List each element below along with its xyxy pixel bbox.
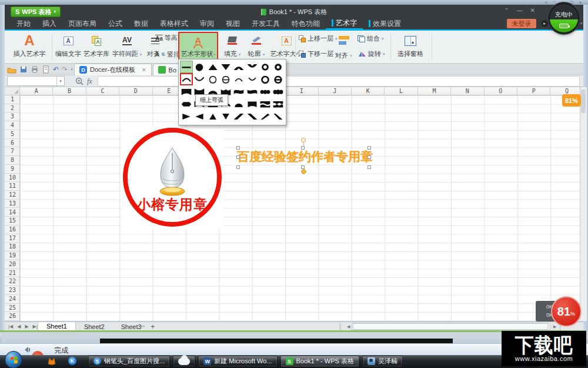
insert-wordart-button[interactable]: A 插入艺术字 (8, 33, 51, 58)
quickbar-more-icon[interactable]: ▾ (71, 67, 73, 72)
print-icon[interactable] (31, 65, 39, 74)
sheet-nav-1[interactable]: ◀ (17, 324, 21, 329)
column-header-L[interactable]: L (385, 87, 417, 95)
resize-handle-se[interactable] (368, 165, 371, 169)
rotate-button[interactable]: 旋转 ▾ (358, 49, 385, 58)
row-header-6[interactable]: 6 (5, 139, 20, 148)
char-spacing-button[interactable]: AV 字符间距 ▾ (111, 33, 143, 58)
resize-handle-nw[interactable] (236, 146, 240, 150)
shape-triangle-down[interactable] (219, 61, 232, 73)
row-header-9[interactable]: 9 (5, 165, 20, 174)
row-header-7[interactable]: 7 (5, 147, 20, 156)
row-header-23[interactable]: 23 (5, 286, 20, 295)
document-tab-Docer-在线模板[interactable]: DDocer-在线模板✕ (74, 64, 152, 75)
menu-tab-视图[interactable]: 视图 (220, 18, 246, 29)
close-tab-icon[interactable]: ✕ (142, 67, 146, 73)
shape-oval-wide[interactable] (180, 98, 193, 111)
row-header-24[interactable]: 24 (5, 295, 20, 304)
menu-tab-效果设置[interactable]: 效果设置 (363, 18, 407, 29)
shape-slant-bar-up[interactable] (259, 111, 272, 123)
resize-handle-w[interactable] (236, 155, 240, 159)
row-header-19[interactable]: 19 (5, 251, 20, 260)
shape-cup-small[interactable] (245, 98, 258, 111)
wordart-shape-button[interactable]: A 艺术字形状▾ (178, 32, 218, 62)
shape-chevron-down[interactable] (245, 61, 258, 73)
fox-icon[interactable] (47, 357, 56, 365)
menu-tab-页面布局[interactable]: 页面布局 (62, 18, 102, 29)
taskbar-button-新建 Microsoft Wo...[interactable]: W新建 Microsoft Wo... (198, 356, 277, 367)
row-header-20[interactable]: 20 (5, 260, 20, 269)
menu-tab-审阅[interactable]: 审阅 (194, 18, 220, 29)
menu-tab-表格样式[interactable]: 表格样式 (154, 18, 194, 29)
shape-triangle-left[interactable] (193, 111, 206, 123)
k-player-icon[interactable]: K (68, 357, 76, 365)
column-header-D[interactable]: D (119, 87, 152, 95)
row-header-4[interactable]: 4 (5, 121, 20, 130)
row-header-12[interactable]: 12 (5, 191, 20, 200)
row-header-22[interactable]: 22 (5, 277, 20, 286)
row-header-1[interactable]: 1 (5, 95, 20, 104)
menu-tab-艺术字[interactable]: 艺术字 (326, 18, 363, 29)
column-header-O[interactable]: O (485, 87, 517, 95)
shape-triangle-up[interactable] (206, 61, 219, 73)
shape-double-wave[interactable] (259, 85, 272, 98)
skin-button[interactable]: ▸ (541, 20, 548, 27)
fx-icon[interactable]: fx (87, 77, 92, 86)
name-box-caret-icon[interactable]: ▾ (56, 77, 64, 85)
resize-handle-sw[interactable] (236, 165, 240, 169)
equal-height-button[interactable]: Aa 等高 (155, 34, 178, 42)
column-header-K[interactable]: K (352, 87, 385, 95)
shape-solid-circle[interactable] (193, 61, 206, 73)
row-header-18[interactable]: 18 (5, 243, 20, 251)
shape-triangle-right[interactable] (180, 111, 193, 123)
column-header-M[interactable]: M (418, 87, 451, 95)
undo-icon[interactable]: ↶ (53, 66, 59, 73)
row-header-14[interactable]: 14 (5, 208, 20, 217)
row-header-26[interactable]: 26 (5, 312, 20, 321)
shape-arch-up[interactable] (180, 73, 193, 85)
column-header-P[interactable]: P (517, 87, 550, 95)
start-button[interactable] (5, 351, 22, 368)
fill-button[interactable]: 填充 ▾ (220, 33, 245, 58)
shape-rect-double-wave[interactable] (272, 98, 285, 111)
column-header-N[interactable]: N (451, 87, 484, 95)
shape-wedge-down[interactable] (219, 111, 232, 123)
login-button[interactable]: 未登录 (507, 19, 536, 28)
shape-dome-small[interactable] (232, 98, 245, 111)
wps-app-button[interactable]: S WPS 表格 ▾ (11, 6, 61, 17)
print-preview-icon[interactable] (42, 65, 50, 74)
wordart-text[interactable]: 百度经验签约作者专用章 (237, 148, 370, 165)
menu-tab-数据[interactable]: 数据 (128, 18, 154, 29)
zoom-icon[interactable] (75, 77, 84, 86)
sheet-nav-0[interactable]: |◀ (8, 324, 13, 329)
scroll-left-icon[interactable]: ◀ (347, 324, 350, 329)
rotation-handle[interactable] (301, 138, 306, 142)
shape-circle-split[interactable] (219, 73, 232, 85)
shape-wave-2[interactable] (245, 85, 258, 98)
shape-slant-up[interactable] (232, 111, 245, 123)
shape-arch-down-small[interactable] (245, 73, 258, 85)
wordart-gallery-button[interactable]: A 艺术字库 (82, 33, 111, 58)
row-header-5[interactable]: 5 (5, 130, 20, 139)
menu-tab-开发工具[interactable]: 开发工具 (246, 18, 286, 29)
stamp-text[interactable]: 小榕专用章 (123, 195, 222, 214)
select-all-corner[interactable] (5, 87, 20, 95)
spreadsheet-grid[interactable] (20, 95, 580, 321)
shape-circle-thin[interactable] (206, 73, 219, 85)
shape-arch-down[interactable] (193, 73, 206, 85)
shape-ring-inside[interactable] (259, 61, 272, 73)
arrange-align-button[interactable]: 对齐 ▾ (335, 51, 352, 60)
column-header-J[interactable]: J (319, 87, 352, 95)
horizontal-scrollbar-thumb[interactable] (353, 323, 548, 330)
menu-tab-特色功能[interactable]: 特色功能 (286, 18, 326, 29)
shape-rect-wave[interactable] (259, 98, 272, 111)
battery-charging-widget[interactable]: 充电中 (548, 2, 580, 34)
taskbar-button-吴泽楠[interactable]: 吴泽楠 (362, 356, 403, 367)
edit-text-button[interactable]: A 编辑文字 (54, 33, 82, 58)
sheet-nav-2[interactable]: ▶ (25, 324, 28, 329)
bring-forward-button[interactable]: 上移一层 ▾ (299, 34, 338, 43)
shape-plain-text[interactable] (180, 61, 193, 73)
outline-button[interactable]: 轮廓 ▾ (245, 33, 268, 58)
shape-slant-down[interactable] (245, 111, 258, 123)
row-header-2[interactable]: 2 (5, 104, 20, 113)
